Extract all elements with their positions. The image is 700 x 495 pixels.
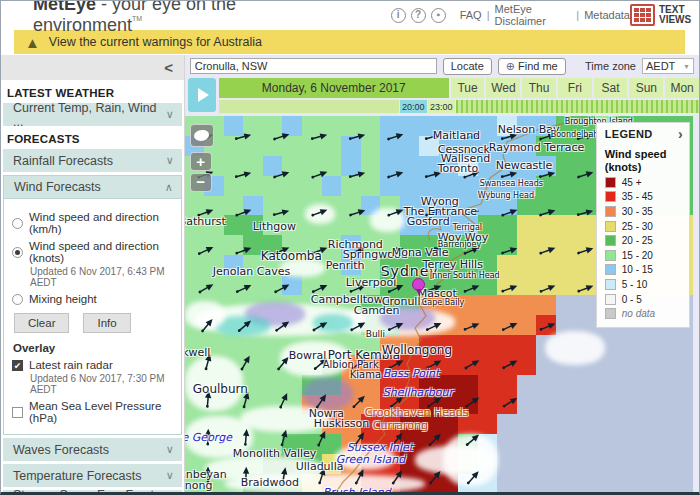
time-mark-2300[interactable]: 23:00: [428, 100, 455, 113]
radio-button[interactable]: [12, 218, 23, 229]
find-me-button[interactable]: ⊕Find me: [498, 58, 566, 75]
active-day-tab[interactable]: Monday, 6 November 2017: [219, 78, 449, 98]
wind-option[interactable]: Mixing height: [12, 293, 175, 305]
map-label-goulburn: Goulburn: [193, 382, 248, 396]
text-views-label: TEXT VIEWS: [659, 5, 695, 25]
map-label-camden: Camden: [354, 304, 400, 317]
text-views-button[interactable]: TEXT VIEWS: [630, 4, 695, 26]
day-tabs-row: Monday, 6 November 2017 TueWedThuFriSatS…: [219, 78, 699, 98]
header-icons: i ? ▪: [391, 8, 446, 23]
map-label-raymond-terrace: Raymond Terrace: [489, 141, 585, 154]
time-navigation: Monday, 6 November 2017 TueWedThuFriSatS…: [185, 78, 699, 114]
forecast-accordions-top: Rainfall Forecasts∨: [1, 149, 184, 172]
legend-color-chip: [605, 264, 616, 275]
day-tab-thu[interactable]: Thu: [522, 78, 556, 98]
accordion-label: Temperature Forecasts: [13, 469, 142, 483]
zoom-in-button[interactable]: +: [190, 152, 212, 171]
map-label-huskisson: Huskisson: [314, 417, 370, 430]
timezone-label: Time zone: [585, 60, 636, 72]
radio-button[interactable]: [12, 247, 23, 258]
map-label-penrith: Penrith: [326, 259, 365, 272]
legend-item-label: 15 - 20: [622, 250, 653, 261]
map-label-wybung-head: Wybung Head: [478, 191, 534, 200]
map-label-lithgow: Lithgow: [253, 220, 296, 233]
day-tab-mon[interactable]: Mon: [665, 78, 699, 98]
latest-weather-accordions: Current Temp, Rain, Wind ...∨: [1, 103, 184, 126]
day-tab-tue[interactable]: Tue: [451, 78, 485, 98]
map-label-shellharbour: Shellharbour: [383, 386, 453, 399]
chevron-down-icon: ∨: [166, 108, 174, 121]
accordion-waves-forecasts[interactable]: Waves Forecasts∨: [3, 438, 182, 461]
legend-color-chip: [605, 177, 616, 188]
checkbox[interactable]: [12, 407, 23, 418]
chevron-down-icon: ∨: [166, 469, 174, 482]
target-icon: ⊕: [506, 60, 515, 73]
zoom-out-button[interactable]: −: [190, 173, 212, 192]
legend-item: 15 - 20: [605, 248, 689, 263]
map-label-wollongong: Wollongong: [382, 343, 452, 357]
forecast-accordions-bottom: Waves Forecasts∨Temperature Forecasts∨St…: [1, 438, 184, 495]
accordion-temperature-forecasts[interactable]: Temperature Forecasts∨: [3, 464, 182, 487]
time-mark-2000[interactable]: 20:00: [400, 100, 427, 113]
legend-item: 10 - 15: [605, 263, 689, 278]
map-label-maitland: Maitland: [433, 129, 480, 142]
page-title: MetEye - your eye on the environmentTM: [33, 0, 325, 36]
map-label-cape-baily: Cape Baily: [422, 298, 465, 307]
wind-panel-body: Wind speed and direction (km/h)Wind spee…: [4, 199, 181, 434]
legend-expand-button[interactable]: ›: [674, 126, 687, 142]
map-label-brush-island: Brush Island: [323, 486, 391, 494]
legend-item: 25 - 30: [605, 219, 689, 234]
legend-item-label: 0 - 5: [622, 294, 642, 305]
legend-color-chip: [605, 206, 616, 217]
map-label-katoomba: Katoomba: [261, 249, 322, 263]
checkbox[interactable]: ✔: [12, 360, 23, 371]
clear-button[interactable]: Clear: [14, 313, 69, 333]
main-area: Locate ⊕Find me Time zone AEDT▼ Monday, …: [185, 55, 699, 495]
warning-icon: ▲: [25, 35, 40, 50]
help-icon[interactable]: ?: [411, 8, 426, 23]
map-label-newcastle: Newcastle: [496, 159, 553, 172]
info-button[interactable]: Info: [83, 313, 130, 333]
info-icon[interactable]: i: [391, 8, 406, 23]
day-tab-sun[interactable]: Sun: [629, 78, 663, 98]
accordion-current-temp-rain-wind-[interactable]: Current Temp, Rain, Wind ...∨: [3, 103, 182, 126]
timezone-select[interactable]: AEDT▼: [642, 58, 694, 74]
australia-home-button[interactable]: [190, 124, 214, 147]
time-slider-track[interactable]: [219, 100, 399, 113]
map-label-tuggeranong: Tuggeranong: [185, 479, 213, 492]
legend-color-chip: [605, 191, 616, 202]
accordion-storms-snow-fog-frost-[interactable]: Storms, Snow, Fog, Frost ...∨: [3, 490, 182, 495]
day-tab-wed[interactable]: Wed: [486, 78, 520, 98]
day-tab-sat[interactable]: Sat: [594, 78, 628, 98]
locate-button[interactable]: Locate: [443, 58, 492, 75]
time-slider-row: 20:0023:00: [219, 100, 699, 113]
feedback-icon[interactable]: ▪: [431, 8, 446, 23]
accordion-rainfall-forecasts[interactable]: Rainfall Forecasts∨: [3, 149, 182, 172]
time-slider-future-region[interactable]: [456, 100, 699, 113]
wind-option[interactable]: Wind speed and direction (knots): [12, 240, 175, 264]
day-tab-fri[interactable]: Fri: [558, 78, 592, 98]
legend-item: 0 - 5: [605, 292, 689, 307]
location-marker: [412, 278, 425, 291]
chevron-down-icon: ∨: [166, 154, 174, 167]
header-link-faq[interactable]: FAQ: [460, 9, 482, 21]
overlay-option[interactable]: Mean Sea Level Pressure (hPa): [12, 400, 175, 424]
play-button[interactable]: [188, 78, 216, 112]
map-canvas[interactable]: BathurstLithgowKatoombaJenolan CavesRich…: [185, 116, 693, 494]
accordion-wind-forecasts[interactable]: Wind Forecasts ∧: [4, 176, 181, 199]
wind-option[interactable]: Wind speed and direction (km/h): [12, 211, 175, 235]
header-link-metadata[interactable]: Metadata: [584, 9, 630, 21]
legend-item-label: 35 - 45: [622, 191, 653, 202]
legend-item: 20 - 25: [605, 233, 689, 248]
chevron-down-icon: ▼: [683, 63, 690, 70]
map-label-kiama: Kiama: [350, 369, 381, 380]
link-separator: |: [487, 9, 490, 21]
location-search-input[interactable]: [190, 58, 437, 74]
forecasts-heading: FORECASTS: [7, 133, 178, 145]
legend-color-chip: [605, 294, 616, 305]
map-label-swansea-heads: Swansea Heads: [480, 179, 543, 188]
sidebar-collapse-button[interactable]: <: [160, 59, 178, 76]
overlay-option[interactable]: ✔Latest rain radar: [12, 359, 175, 371]
header-link-meteye-disclaimer[interactable]: MetEye Disclaimer: [495, 3, 572, 27]
radio-button[interactable]: [12, 294, 23, 305]
